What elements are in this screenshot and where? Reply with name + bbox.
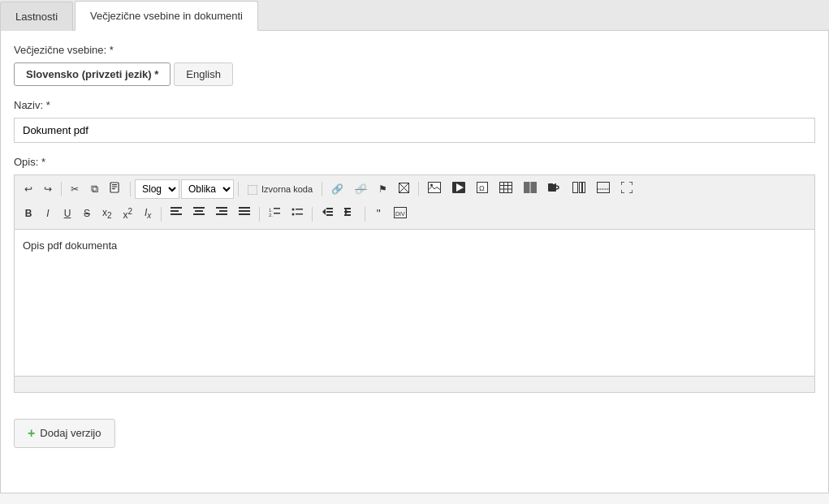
svg-rect-17 xyxy=(525,183,530,193)
italic-button[interactable]: I xyxy=(39,204,57,224)
editor-toolbar: ↩ ↪ ✂ ⧉ Slog xyxy=(15,175,814,230)
unlink-button[interactable]: 🔗 xyxy=(350,179,372,200)
svg-rect-29 xyxy=(195,210,203,212)
style-select[interactable]: Slog xyxy=(135,179,179,199)
add-version-button[interactable]: + Dodaj verzijo xyxy=(14,419,115,448)
oblika-select[interactable]: Oblika xyxy=(181,179,234,199)
source-label: Izvorna koda xyxy=(261,184,313,194)
editor-content: Opis pdf dokumenta xyxy=(23,239,117,252)
svg-rect-19 xyxy=(548,183,556,192)
strikethrough-button[interactable]: S xyxy=(78,204,96,224)
align-center-button[interactable] xyxy=(188,204,209,224)
svg-point-43 xyxy=(292,213,295,216)
svg-rect-18 xyxy=(531,183,537,193)
link-button[interactable]: 🔗 xyxy=(326,179,348,200)
svg-rect-44 xyxy=(296,213,303,215)
editor-body[interactable]: Opis pdf dokumenta xyxy=(15,230,814,376)
cut-button[interactable]: ✂ xyxy=(66,179,84,200)
svg-rect-47 xyxy=(326,211,333,213)
svg-text:2.: 2. xyxy=(269,213,273,217)
svg-rect-21 xyxy=(580,183,582,193)
svg-rect-22 xyxy=(583,183,585,193)
table-button[interactable] xyxy=(494,179,517,200)
svg-rect-2 xyxy=(112,187,117,187)
superscript-button[interactable]: x2 xyxy=(119,203,138,226)
separator-9 xyxy=(365,207,365,222)
lang-label: Večjezične vsebine: * xyxy=(14,44,815,56)
copy-button[interactable]: ⧉ xyxy=(85,179,103,200)
svg-rect-23 xyxy=(598,183,610,193)
redo-button[interactable]: ↪ xyxy=(39,179,57,200)
svg-rect-52 xyxy=(344,214,351,216)
svg-rect-40 xyxy=(274,213,280,214)
add-version-label: Dodaj verzijo xyxy=(40,427,101,439)
svg-rect-4 xyxy=(248,185,257,195)
separator-3 xyxy=(238,182,239,196)
undo-button[interactable]: ↩ xyxy=(19,179,37,200)
underline-button[interactable]: U xyxy=(58,204,76,224)
align-left-button[interactable] xyxy=(166,204,187,224)
paste-text-button[interactable] xyxy=(105,179,126,200)
toolbar-row-2: B I U S x2 x2 Ix xyxy=(19,203,810,226)
separator-2 xyxy=(130,182,131,196)
svg-rect-20 xyxy=(573,183,578,193)
svg-rect-36 xyxy=(239,213,250,215)
image-button[interactable] xyxy=(423,179,446,200)
separator-6 xyxy=(161,207,162,222)
svg-rect-6 xyxy=(429,183,441,193)
svg-text:Ω: Ω xyxy=(479,184,485,192)
svg-rect-42 xyxy=(296,209,303,210)
lang-tabs: Slovensko (privzeti jezik) * English xyxy=(14,62,815,86)
tab-lastnosti[interactable]: Lastnosti xyxy=(0,2,73,31)
flag-button[interactable]: ⚑ xyxy=(373,179,392,200)
removeformat-button[interactable]: Ix xyxy=(139,203,157,225)
media-button[interactable] xyxy=(447,179,470,200)
target-button[interactable] xyxy=(394,179,414,200)
opis-section: Opis: * ↩ ↪ ✂ ⧉ xyxy=(14,156,815,393)
svg-rect-48 xyxy=(326,214,333,216)
lang-tab-english[interactable]: English xyxy=(174,62,233,86)
source-button[interactable]: Izvorna koda xyxy=(243,180,317,199)
grid2-button[interactable] xyxy=(568,179,590,200)
div-button[interactable]: DIV xyxy=(389,204,412,225)
svg-rect-25 xyxy=(171,207,182,209)
align-justify-button[interactable] xyxy=(234,204,255,224)
columns-button[interactable] xyxy=(519,179,542,200)
puzzle-button[interactable] xyxy=(543,179,566,200)
subscript-button[interactable]: x2 xyxy=(97,203,117,225)
tabs-bar: Lastnosti Večjezične vsebine in dokument… xyxy=(0,0,829,31)
svg-rect-46 xyxy=(326,208,333,209)
blockquote-button[interactable]: " xyxy=(369,203,387,226)
naziv-label: Naziv: * xyxy=(14,99,815,111)
tab-vecjezicne[interactable]: Večjezične vsebine in dokumenti xyxy=(75,1,258,31)
opis-label: Opis: * xyxy=(14,156,815,168)
svg-text:DIV: DIV xyxy=(395,211,405,217)
unordered-list-button[interactable] xyxy=(287,204,308,224)
svg-rect-1 xyxy=(112,184,117,185)
svg-rect-51 xyxy=(344,211,351,213)
svg-rect-27 xyxy=(171,213,182,215)
editor-container: ↩ ↪ ✂ ⧉ Slog xyxy=(14,174,815,393)
special-button[interactable]: Ω xyxy=(472,179,493,200)
svg-rect-31 xyxy=(216,207,227,209)
separator-1 xyxy=(61,182,62,196)
svg-point-41 xyxy=(292,209,295,211)
svg-rect-12 xyxy=(500,183,512,193)
fullscreen-button[interactable] xyxy=(616,179,637,200)
toolbar-row-1: ↩ ↪ ✂ ⧉ Slog xyxy=(19,179,810,200)
pagination-button[interactable] xyxy=(592,179,615,200)
indent-more-button[interactable] xyxy=(339,204,361,224)
separator-8 xyxy=(312,207,313,222)
indent-less-button[interactable] xyxy=(317,204,338,224)
ordered-list-button[interactable]: 1.2. xyxy=(264,204,285,224)
svg-rect-35 xyxy=(239,210,250,212)
separator-5 xyxy=(418,182,419,196)
naziv-input[interactable] xyxy=(14,118,815,143)
plus-icon: + xyxy=(28,426,35,441)
svg-rect-33 xyxy=(216,213,227,215)
bold-button[interactable]: B xyxy=(19,204,37,224)
svg-marker-45 xyxy=(322,209,326,215)
lang-tab-slovensko[interactable]: Slovensko (privzeti jezik) * xyxy=(14,62,171,86)
separator-7 xyxy=(259,207,260,222)
align-right-button[interactable] xyxy=(211,204,232,224)
